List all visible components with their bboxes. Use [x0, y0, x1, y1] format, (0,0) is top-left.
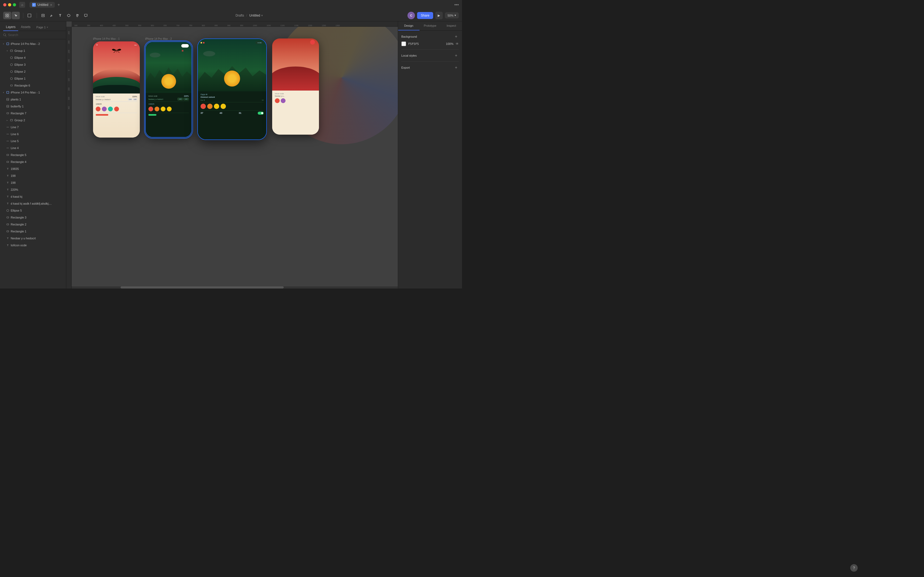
- layer-item-rect6[interactable]: Rectangle 6: [0, 82, 66, 89]
- select-tool-button[interactable]: [3, 12, 11, 19]
- left-panel: Layers Assets Page 1 ▾ Search ▾: [0, 21, 66, 288]
- add-tab-button[interactable]: +: [56, 2, 62, 8]
- close-button[interactable]: [3, 3, 6, 6]
- stat-37: 37: [200, 112, 203, 114]
- breadcrumb-drafts[interactable]: Drafts: [236, 14, 244, 18]
- phone-frame-2[interactable]: IoIcon ocde 220% Neobar y u hedocrt 198 …: [145, 41, 192, 137]
- breadcrumb-separator: /: [246, 14, 247, 18]
- layer-name-iphone14-2: iPhone 14 Pro Max - 2: [11, 42, 64, 45]
- tab-untitled[interactable]: F Untitled ✕: [29, 2, 55, 8]
- hand-tool-button[interactable]: [73, 12, 81, 19]
- fullscreen-button[interactable]: [13, 3, 16, 6]
- layer-item-text220[interactable]: T 220%: [0, 186, 66, 193]
- expand-arrow-group1[interactable]: ▾: [6, 50, 8, 52]
- expand-arrow-group2[interactable]: ▸: [6, 119, 8, 121]
- layer-item-dkasdkj[interactable]: T d kasd kj: [0, 193, 66, 200]
- tab-prototype[interactable]: Prototype: [420, 21, 441, 31]
- svg-rect-20: [7, 161, 9, 163]
- ellipse-icon-3: [10, 63, 13, 66]
- layer-name-line4: Line 4: [11, 147, 64, 150]
- layer-item-line6[interactable]: Line 6: [0, 131, 66, 137]
- home-button[interactable]: ⌂: [19, 2, 25, 8]
- frame-wrapper-4: IoIcon ocde Neobar y u...: [272, 37, 319, 135]
- layer-item-group2[interactable]: ▸ Group 2: [0, 117, 66, 124]
- layer-item-dkasdkjlong[interactable]: T d kasd kj asdk f asldkfj;alsdkj;...: [0, 200, 66, 207]
- share-button[interactable]: Share: [417, 12, 433, 19]
- pen-tool-button[interactable]: [48, 12, 56, 19]
- phone2-label1: IoIcon ocde: [149, 95, 157, 97]
- layer-item-rect5[interactable]: Rectangle 5: [0, 152, 66, 158]
- phone-frame-4[interactable]: IoIcon ocde Neobar y u...: [272, 39, 319, 135]
- layer-item-line7[interactable]: Line 7: [0, 124, 66, 131]
- phone1-divider1: [96, 102, 137, 102]
- tab-inspect[interactable]: Inspect: [441, 21, 462, 31]
- layer-name-rect2: Rectangle 2: [11, 223, 64, 226]
- layer-item-ellipse1[interactable]: Ellipse 1: [0, 75, 66, 82]
- background-color-hex[interactable]: F5F5F5: [408, 42, 419, 46]
- canvas-area[interactable]: 300 350 400 450 500 550 600 650 700 750 …: [66, 21, 398, 288]
- shape-tool-button[interactable]: [39, 12, 47, 19]
- phone1-bottom: IoIcon ocde 220% Neobar y u hedocrt 198 …: [93, 93, 140, 137]
- layer-item-rect2[interactable]: Rectangle 2: [0, 221, 66, 228]
- layer-item-ioicon[interactable]: T IoIIcon ocde: [0, 242, 66, 249]
- layer-item-ellipse4[interactable]: Ellipse 4: [0, 54, 66, 61]
- layer-item-iphone14-2[interactable]: ▾ iPhone 14 Pro Max - 2: [0, 40, 66, 47]
- layer-item-text198a[interactable]: T 198: [0, 172, 66, 179]
- h-scrollbar-thumb[interactable]: [121, 286, 284, 288]
- layer-item-rect4[interactable]: Rectangle 4: [0, 158, 66, 165]
- play-button[interactable]: ▶: [435, 12, 443, 19]
- layer-item-text19835[interactable]: T 19835: [0, 165, 66, 172]
- add-local-style-button[interactable]: +: [454, 53, 459, 58]
- h-scrollbar[interactable]: [72, 286, 398, 288]
- dot-red: [203, 42, 205, 44]
- text-tool-button[interactable]: T: [56, 12, 64, 19]
- layer-item-rect7[interactable]: Rectangle 7: [0, 110, 66, 117]
- layer-item-rect1[interactable]: Rectangle 1: [0, 228, 66, 235]
- layer-item-group1[interactable]: ▾ Group 1: [0, 47, 66, 54]
- svg-point-12: [10, 77, 13, 80]
- minimize-button[interactable]: [8, 3, 11, 6]
- move-tool-button[interactable]: [12, 12, 20, 19]
- tab-design[interactable]: Design: [398, 21, 420, 31]
- tab-close-button[interactable]: ✕: [50, 3, 52, 6]
- tab-layers[interactable]: Layers: [3, 24, 18, 31]
- background-title: Background: [401, 35, 417, 38]
- expand-arrow-iphone14-1[interactable]: ▾: [2, 91, 5, 94]
- user-avatar[interactable]: C: [407, 12, 415, 19]
- breadcrumb-title[interactable]: Untitled ▾: [249, 14, 263, 18]
- layer-item-ellipse5[interactable]: Ellipse 5: [0, 207, 66, 214]
- layer-item-ellipse3[interactable]: Ellipse 3: [0, 61, 66, 68]
- background-color-opacity[interactable]: 100%: [446, 42, 454, 45]
- tab-assets[interactable]: Assets: [18, 24, 33, 31]
- page-indicator[interactable]: Page 1 ▾: [33, 24, 51, 30]
- layer-item-rect3[interactable]: Rectangle 3: [0, 214, 66, 221]
- more-options-button[interactable]: •••: [454, 2, 459, 7]
- frame-tool-button[interactable]: [26, 12, 34, 19]
- image-icon-butterfly: [6, 105, 10, 108]
- layer-item-text198b[interactable]: T 198: [0, 179, 66, 186]
- zoom-control[interactable]: 50% ▾: [445, 12, 459, 18]
- layer-item-line4[interactable]: Line 4: [0, 145, 66, 152]
- components-tool-button[interactable]: [65, 12, 73, 19]
- background-color-swatch[interactable]: [401, 41, 406, 46]
- layer-item-neobar[interactable]: T Neobar y u hedocrt: [0, 235, 66, 242]
- layer-item-iphone14-1[interactable]: ▾ iPhone 14 Pro Max - 1: [0, 89, 66, 96]
- phone1-label1: IoIcon ocde: [96, 96, 105, 97]
- phone-frame-1[interactable]: ≡ •••: [93, 41, 140, 137]
- add-export-button[interactable]: +: [454, 65, 459, 70]
- svg-rect-24: [7, 231, 9, 232]
- comment-tool-button[interactable]: [82, 12, 90, 19]
- phone3-cloud: [203, 51, 215, 56]
- layer-item-butterfly1[interactable]: butterfly 1: [0, 103, 66, 110]
- phone-frame-3[interactable]: ● ●● Oqrpr Al Ommol nelont: [197, 39, 267, 140]
- layer-item-ellipse2[interactable]: Ellipse 2: [0, 68, 66, 75]
- phone1-value1: 220%: [132, 96, 137, 97]
- layer-item-plants1[interactable]: plants 1: [0, 96, 66, 103]
- text-icon-neobar: T: [6, 237, 10, 240]
- text-icon-19835: T: [6, 167, 10, 171]
- layer-item-line5[interactable]: Line 5: [0, 137, 66, 145]
- add-background-button[interactable]: +: [454, 34, 459, 39]
- frame-wrapper-1: iPhone 14 Pro Max - 1 ≡ •••: [93, 37, 140, 137]
- visibility-toggle[interactable]: 👁: [456, 42, 459, 46]
- expand-arrow-iphone14-2[interactable]: ▾: [2, 43, 5, 45]
